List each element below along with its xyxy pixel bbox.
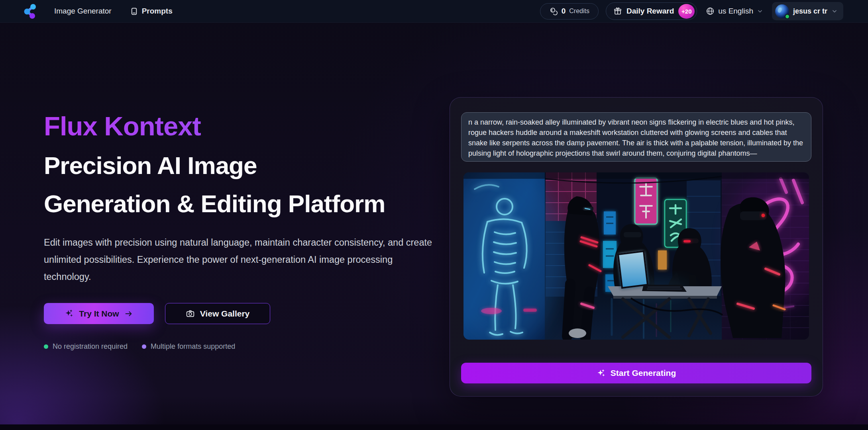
hero-brand-title: Flux Kontext: [44, 111, 442, 141]
reward-badge: +20: [678, 4, 695, 19]
cta-row: Try It Now View Gallery: [44, 303, 442, 324]
book-icon: [130, 7, 138, 16]
online-status-dot: [785, 14, 790, 19]
purple-dot-icon: [142, 344, 146, 349]
credits-pill[interactable]: 0 Credits: [540, 3, 599, 20]
view-gallery-button[interactable]: View Gallery: [165, 303, 270, 324]
credits-count: 0: [562, 7, 566, 16]
next-section-edge: [0, 424, 868, 430]
user-menu[interactable]: jesus cr tr: [772, 2, 843, 20]
hero-headline: Precision AI Image Generation & Editing …: [44, 147, 387, 223]
generator-card: n a narrow, rain-soaked alley illuminate…: [450, 97, 823, 397]
green-dot-icon: [44, 344, 48, 349]
coins-icon: [549, 7, 558, 16]
language-selector[interactable]: us English: [704, 4, 765, 18]
try-it-now-button[interactable]: Try It Now: [44, 303, 154, 324]
hero-description: Edit images with precision using natural…: [44, 234, 438, 285]
chevron-down-icon: [831, 8, 838, 14]
sparkles-icon: [65, 309, 74, 318]
top-navbar: Image Generator Prompts 0 Credit: [0, 0, 868, 23]
start-generating-label: Start Generating: [611, 368, 676, 378]
daily-reward-button[interactable]: Daily Reward +20: [606, 2, 697, 20]
feature-no-registration: No registration required: [44, 342, 128, 351]
view-gallery-label: View Gallery: [200, 309, 250, 319]
cyberpunk-alley-illustration: [463, 172, 809, 340]
feature-multiple-formats: Multiple formats supported: [142, 342, 235, 351]
app-logo[interactable]: [22, 3, 38, 20]
avatar: [775, 4, 789, 18]
prompt-input[interactable]: n a narrow, rain-soaked alley illuminate…: [461, 112, 811, 162]
language-label: us English: [718, 7, 753, 16]
generated-image-preview: [463, 172, 809, 340]
main-navigation: Image Generator Prompts: [54, 7, 173, 16]
nav-link-prompts-label: Prompts: [142, 7, 173, 16]
start-generating-button[interactable]: Start Generating: [461, 363, 811, 383]
nav-link-image-generator[interactable]: Image Generator: [54, 7, 112, 16]
globe-icon: [706, 7, 715, 16]
chevron-down-icon: [757, 8, 763, 14]
feature-bullets: No registration required Multiple format…: [44, 342, 442, 351]
username: jesus cr tr: [793, 7, 827, 16]
camera-icon: [186, 309, 195, 318]
sparkles-icon: [597, 369, 606, 378]
landing-page: Image Generator Prompts 0 Credit: [0, 0, 868, 430]
arrow-right-icon: [124, 309, 133, 318]
feature-label: Multiple formats supported: [151, 342, 235, 351]
feature-label: No registration required: [53, 342, 128, 351]
hero-section: Flux Kontext Precision AI Image Generati…: [44, 111, 442, 351]
share-network-logo-icon: [22, 3, 38, 19]
gift-icon: [613, 7, 622, 16]
credits-label: Credits: [569, 8, 589, 15]
daily-reward-label: Daily Reward: [626, 7, 674, 16]
page-title: Flux Kontext Precision AI Image Generati…: [44, 111, 442, 223]
nav-link-prompts[interactable]: Prompts: [130, 7, 173, 16]
try-it-now-label: Try It Now: [79, 309, 119, 319]
